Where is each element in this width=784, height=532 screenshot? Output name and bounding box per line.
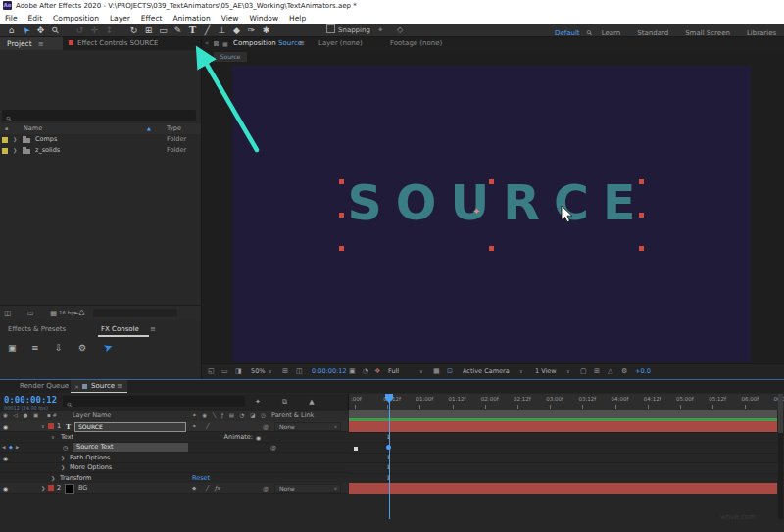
project-row-comps[interactable]: ❯CompsFolder <box>0 134 201 145</box>
magnification-select[interactable]: 50% <box>251 364 265 379</box>
puppet-pin-tool[interactable]: ✱ <box>259 24 273 37</box>
selection-handle[interactable] <box>339 213 344 218</box>
layer-bar-source[interactable] <box>349 421 777 432</box>
parent-dropdown[interactable]: None ∨ <box>274 422 341 431</box>
bit-depth-button[interactable]: 16 bpc <box>59 306 77 320</box>
rectangle-tool[interactable]: ▭ <box>156 24 171 37</box>
property-label[interactable]: Source Text <box>76 442 114 453</box>
channels-color-icon[interactable]: ❖ <box>374 364 380 379</box>
mask-icon[interactable]: ◫ <box>296 364 303 379</box>
comp-navigator-subtab[interactable]: Source <box>214 52 247 62</box>
show-snapshot-icon[interactable]: ◔ <box>363 364 368 379</box>
item-name[interactable]: Comps <box>35 134 57 145</box>
menu-layer[interactable]: Layer <box>110 14 130 23</box>
selection-handle[interactable] <box>639 179 644 184</box>
keyframe-prev-icon[interactable]: ◀ <box>2 442 5 453</box>
workspace-small-screen[interactable]: Small Screen <box>685 29 730 37</box>
layer-bar-bg[interactable] <box>349 483 777 494</box>
parent-dropdown[interactable]: None ∨ <box>274 484 341 493</box>
tab-project[interactable]: Project≡ <box>0 37 63 50</box>
work-area-bar[interactable] <box>349 410 777 418</box>
property-group-more-options[interactable]: ❯ More Options <box>0 462 348 473</box>
snapshot-camera-icon[interactable]: ▣ <box>349 364 356 379</box>
list-icon[interactable]: ≡ <box>31 340 39 356</box>
selection-handle[interactable] <box>339 179 344 184</box>
roi-icon[interactable]: ▦ <box>433 364 440 379</box>
tab-effects-presets[interactable]: Effects & Presets <box>8 323 66 336</box>
quality-switch-icon[interactable]: ╱ <box>206 483 209 494</box>
layer-name-box[interactable]: SOURCE <box>74 422 186 432</box>
channel-icon[interactable]: ◨ <box>235 364 242 379</box>
layer-name[interactable]: BG <box>78 483 87 494</box>
column-layer-name[interactable]: Layer Name <box>73 411 111 421</box>
layer-color-swatch[interactable] <box>48 423 54 429</box>
menu-composition[interactable]: Composition <box>53 14 99 23</box>
chevron-right-icon[interactable]: ❯ <box>61 462 65 473</box>
brush-tool[interactable]: ╱ <box>200 24 215 37</box>
selection-handle[interactable] <box>489 179 494 184</box>
column-parent-link[interactable]: Parent & Link <box>271 411 314 421</box>
tab-render-queue[interactable]: Render Queue <box>20 380 69 393</box>
menu-edit[interactable]: Edit <box>28 14 43 23</box>
timeline-nav-icon[interactable]: △ <box>608 364 612 379</box>
pen-tool[interactable]: ✎ <box>171 24 185 37</box>
type-tool[interactable]: T <box>185 24 200 37</box>
selection-handle[interactable] <box>489 246 494 251</box>
column-type[interactable]: Type <box>167 123 181 134</box>
fx-switch-icon[interactable]: ƒx <box>215 483 220 494</box>
menu-view[interactable]: View <box>221 14 239 23</box>
project-row-z_solids[interactable]: ❯z_solidsFolder <box>0 145 201 156</box>
scrollbar-thumb[interactable] <box>778 394 783 433</box>
panel-menu-icon[interactable]: ≡ <box>150 323 156 336</box>
column-name[interactable]: Name <box>24 123 42 134</box>
resolution-select[interactable]: Full <box>388 364 399 379</box>
eye-icon[interactable]: ◉ <box>3 421 8 432</box>
workspace-learn[interactable]: Learn <box>602 29 621 37</box>
camera-select[interactable]: Active Camera <box>463 364 510 379</box>
fast-previews-icon[interactable]: ⊞ <box>594 364 600 379</box>
label-color-swatch[interactable] <box>2 137 8 143</box>
selection-handle[interactable] <box>639 246 644 251</box>
transparency-grid-icon[interactable]: ⊡ <box>447 364 453 379</box>
orbit-camera-tool[interactable]: ↺ <box>73 24 87 37</box>
view-option-icon[interactable]: ◱ <box>208 364 215 379</box>
project-search-input[interactable]: ⚲ <box>2 110 196 121</box>
workspace-standard[interactable]: Standard <box>637 29 668 37</box>
eye-icon[interactable]: ◉ <box>3 483 8 494</box>
selected-keyframe-icon[interactable] <box>386 445 391 450</box>
eraser-tool[interactable]: ◆ <box>229 24 244 37</box>
preview-timecode[interactable]: 0:00:00:12 <box>312 364 347 379</box>
pan-camera-tool[interactable]: ✛ <box>87 24 102 37</box>
menu-animation[interactable]: Animation <box>172 14 210 23</box>
keyframe-diamond-icon[interactable]: ◆ <box>9 442 13 453</box>
tab-composition-label[interactable]: Composition <box>233 37 276 50</box>
chevron-right-icon[interactable]: ❯ <box>13 134 17 145</box>
download-icon[interactable]: ⇩ <box>55 340 63 356</box>
toolbar-extra-icons[interactable]: ⌖ ◇ <box>378 24 409 37</box>
layer-color-swatch[interactable] <box>48 485 54 491</box>
gear-icon[interactable]: ⚙ <box>621 364 627 379</box>
timeline-search-input[interactable]: ⚲ <box>63 396 245 407</box>
layer-row-bg[interactable]: ◉ ❯ 2 BG ◆ ╱ ƒx @ None ∨ <box>0 483 348 494</box>
trash-icon[interactable]: ♺ <box>78 306 85 320</box>
pickwhip-icon[interactable]: @ <box>263 483 269 494</box>
pixel-aspect-icon[interactable]: ▢ <box>580 364 587 379</box>
gear-icon[interactable]: ⚙ <box>78 340 86 356</box>
pickwhip-icon[interactable]: @ <box>270 442 276 453</box>
panel-menu-icon[interactable]: ≡ <box>38 40 44 48</box>
current-timecode[interactable]: 0:00:00:12 <box>4 395 57 405</box>
keyframe-marker[interactable]: I <box>387 433 389 440</box>
tab-effect-controls[interactable]: Effect Controls SOURCE <box>69 37 158 50</box>
stopwatch-icon[interactable]: ◷ <box>63 442 68 453</box>
workspace-libraries[interactable]: Libraries <box>747 29 776 37</box>
project-columns-header[interactable]: ▪ Name ▲ Type <box>0 123 201 134</box>
switch-icon[interactable]: ✦ <box>192 421 197 432</box>
chevron-down-icon[interactable]: ∨ <box>41 421 45 432</box>
sort-ascending-icon[interactable]: ▲ <box>147 123 151 134</box>
exposure-value[interactable]: +0.0 <box>635 364 651 379</box>
composition-canvas[interactable]: SOURCE ✦ <box>232 66 751 362</box>
workspace-default[interactable]: Default <box>555 29 580 37</box>
home-tool[interactable]: ⌂ <box>4 24 19 37</box>
tab-layer[interactable]: Layer (none) <box>318 37 363 50</box>
chevron-right-icon[interactable]: ❯ <box>13 145 17 156</box>
